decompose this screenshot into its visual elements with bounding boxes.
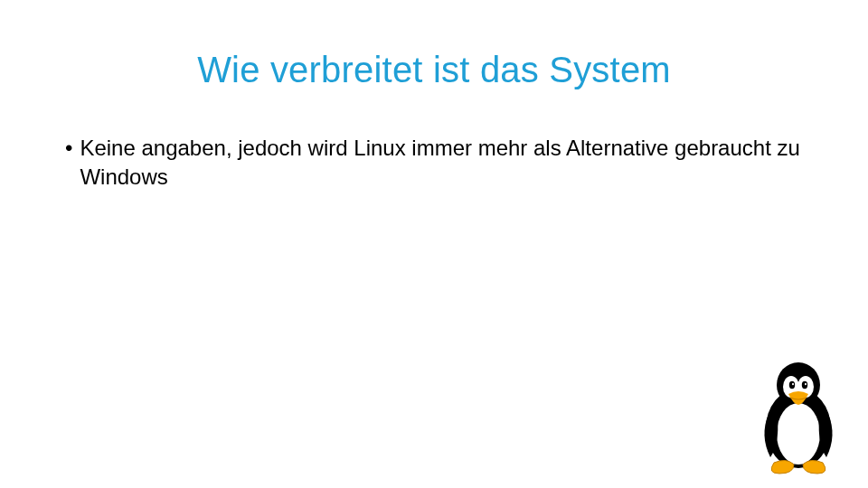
svg-point-2 xyxy=(777,403,820,465)
bullet-marker: • xyxy=(65,134,72,163)
svg-point-6 xyxy=(802,381,807,389)
slide-title: Wie verbreitet ist das System xyxy=(0,50,868,90)
svg-point-8 xyxy=(805,383,807,386)
slide-content: • Keine angaben, jedoch wird Linux immer… xyxy=(65,134,803,192)
bullet-text: Keine angaben, jedoch wird Linux immer m… xyxy=(80,134,803,192)
svg-point-7 xyxy=(792,383,794,386)
svg-point-5 xyxy=(789,381,795,389)
bullet-item: • Keine angaben, jedoch wird Linux immer… xyxy=(65,134,803,192)
tux-penguin-icon xyxy=(749,358,848,475)
